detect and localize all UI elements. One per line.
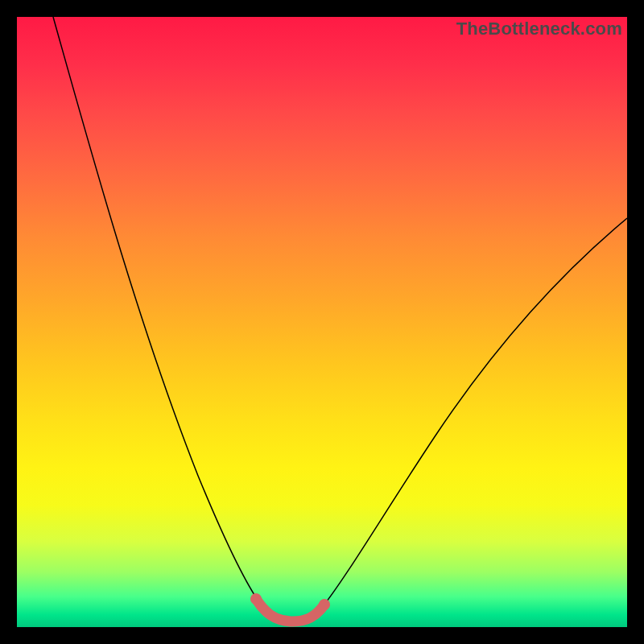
- chart-svg: [17, 17, 627, 627]
- plot-area: TheBottleneck.com: [17, 17, 627, 627]
- curve-left-branch: [53, 17, 261, 605]
- curve-right-branch: [321, 218, 627, 609]
- highlight-basin: [256, 599, 324, 621]
- highlight-dot-right: [319, 599, 330, 610]
- highlight-dot-left: [250, 593, 262, 605]
- chart-frame: TheBottleneck.com: [0, 0, 644, 644]
